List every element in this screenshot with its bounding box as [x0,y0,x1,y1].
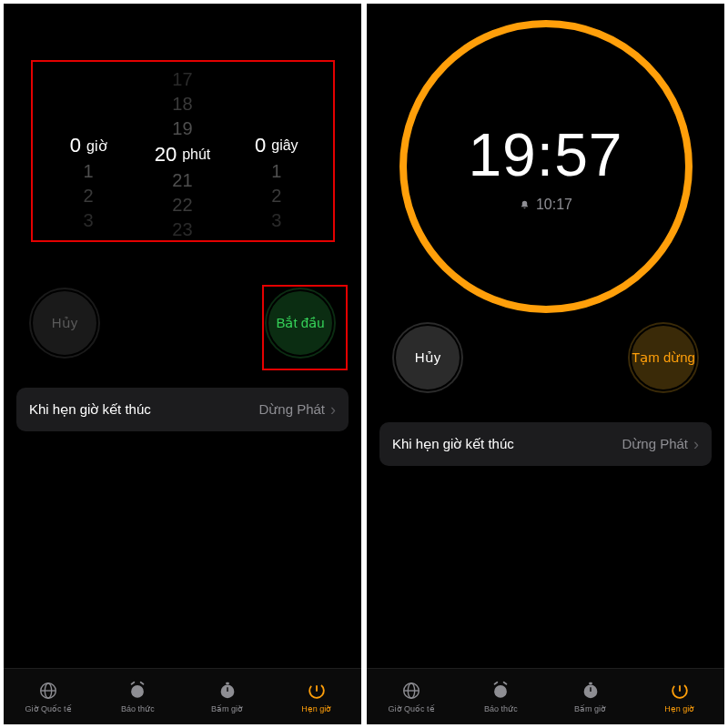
stopwatch-icon [580,680,602,702]
tab-world-clock[interactable]: Giờ Quốc tế [4,669,93,724]
tab-stopwatch[interactable]: Bấm giờ [546,669,635,724]
picker-minutes-column[interactable]: 17 18 19 20phút 21 22 23 [136,69,229,231]
timer-icon [669,680,691,702]
countdown-ring: 19:57 10:17 [399,20,693,313]
tab-bar: Giờ Quốc tế Báo thức Bấm giờ Hẹn giờ [4,668,361,724]
picker-seconds-column[interactable]: 0giây 1 2 3 [229,69,323,231]
cancel-button[interactable]: Hủy [392,322,463,393]
picker-hours-column[interactable]: 0giờ 1 2 3 [42,69,136,231]
option-label: Khi hẹn giờ kết thúc [392,436,514,452]
pause-button[interactable]: Tạm dừng [628,322,699,393]
svg-line-5 [141,682,144,684]
countdown-time: 19:57 [468,120,622,189]
eta-time: 10:17 [536,197,572,213]
svg-line-4 [132,682,135,684]
chevron-right-icon: › [693,435,699,454]
tab-world-clock[interactable]: Giờ Quốc tế [367,669,456,724]
start-button[interactable]: Bắt đầu [265,288,336,359]
option-label: Khi hẹn giờ kết thúc [29,401,151,418]
tab-stopwatch[interactable]: Bấm giờ [183,669,272,724]
chevron-right-icon: › [330,400,336,420]
picker-seconds-value: 0giây [229,134,323,157]
when-timer-ends-row[interactable]: Khi hẹn giờ kết thúc Dừng Phát › [379,422,712,466]
svg-line-15 [495,682,498,684]
stopwatch-icon [217,680,238,702]
cancel-button[interactable]: Hủy [29,288,100,359]
svg-rect-7 [226,682,229,684]
globe-icon [37,680,59,702]
timer-setup-screen: 0giờ 1 2 3 17 18 19 20phút 21 22 23 [4,4,361,724]
tab-timer[interactable]: Hẹn giờ [635,669,724,724]
picker-minutes-value: 20phút [136,143,229,167]
svg-point-14 [495,685,508,698]
svg-point-3 [132,685,145,698]
globe-icon [400,680,422,702]
tab-bar: Giờ Quốc tế Báo thức Bấm giờ Hẹn giờ [367,668,724,724]
svg-rect-18 [589,682,592,684]
option-value: Dừng Phát [622,436,688,452]
bell-icon [519,199,531,211]
option-value: Dừng Phát [258,401,325,418]
tab-timer[interactable]: Hẹn giờ [272,669,361,724]
timer-running-screen: 19:57 10:17 Hủy Tạm dừng Khi hẹn giờ kết… [367,4,724,724]
duration-picker[interactable]: 0giờ 1 2 3 17 18 19 20phút 21 22 23 [4,69,361,231]
when-timer-ends-row[interactable]: Khi hẹn giờ kết thúc Dừng Phát › [16,388,349,431]
eta-row: 10:17 [519,197,572,213]
picker-hours-value: 0giờ [42,134,136,157]
tab-alarm[interactable]: Báo thức [93,669,182,724]
svg-line-16 [504,682,507,684]
tab-alarm[interactable]: Báo thức [456,669,545,724]
alarm-icon [126,680,148,702]
alarm-icon [490,680,511,702]
timer-icon [306,680,328,702]
